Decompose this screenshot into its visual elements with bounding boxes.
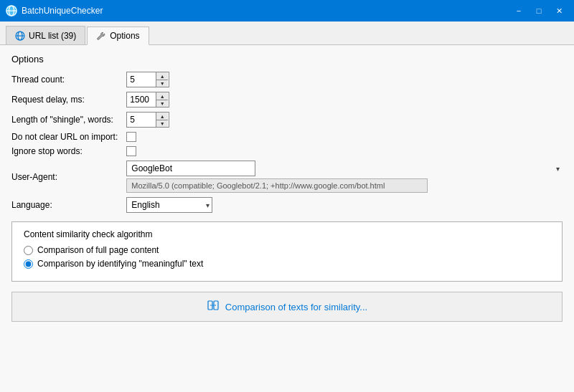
algorithm-group-box: Content similarity check algorithm Compa…: [11, 221, 563, 282]
user-agent-control: GoogleBot Firefox Chrome IE ▾ Mozilla/5.…: [126, 161, 563, 193]
thread-count-spinner: ▲ ▼: [126, 72, 169, 87]
shingle-length-spinner: ▲ ▼: [126, 112, 169, 128]
ignore-stop-words-checkbox[interactable]: [126, 146, 136, 156]
full-page-radio-label: Comparison of full page content: [37, 245, 159, 255]
shingle-length-up-button[interactable]: ▲: [156, 113, 168, 120]
shingle-length-spin-buttons: ▲ ▼: [156, 113, 168, 127]
shingle-length-control: ▲ ▼: [126, 112, 563, 128]
compare-button-label: Comparison of texts for similarity...: [225, 302, 367, 312]
full-page-radio-row: Comparison of full page content: [24, 245, 550, 255]
request-delay-input[interactable]: [127, 93, 156, 106]
meaningful-text-radio-row: Comparison by identifying "meaningful" t…: [24, 259, 550, 269]
shingle-length-label: Length of "shingle", words:: [11, 115, 118, 125]
do-not-clear-url-control: [126, 132, 563, 142]
ignore-stop-words-label: Ignore stop words:: [11, 146, 118, 156]
full-page-radio[interactable]: [24, 246, 33, 255]
shingle-length-down-button[interactable]: ▼: [156, 120, 168, 127]
thread-count-label: Thread count:: [11, 75, 118, 85]
meaningful-text-radio-label: Comparison by identifying "meaningful" t…: [37, 259, 203, 269]
user-agent-dropdown-arrow: ▾: [556, 165, 560, 173]
minimize-button[interactable]: −: [509, 4, 528, 18]
request-delay-spinner: ▲ ▼: [126, 92, 169, 107]
user-agent-description: Mozilla/5.0 (compatible; Googlebot/2.1; …: [126, 178, 428, 193]
app-icon: [6, 5, 17, 16]
thread-count-spin-buttons: ▲ ▼: [156, 72, 168, 87]
do-not-clear-url-checkbox[interactable]: [126, 132, 136, 142]
options-form: Thread count: ▲ ▼ Request delay, ms: ▲ ▼: [11, 72, 563, 213]
user-agent-label: User-Agent:: [11, 172, 118, 182]
language-dropdown-wrapper: English Russian German French ▾: [126, 197, 212, 213]
thread-count-control: ▲ ▼: [126, 72, 563, 87]
language-label: Language:: [11, 200, 118, 210]
algorithm-group-title: Content similarity check algorithm: [24, 229, 550, 239]
language-control: English Russian German French ▾: [126, 197, 563, 213]
maximize-button[interactable]: □: [530, 4, 548, 18]
request-delay-label: Request delay, ms:: [11, 95, 118, 105]
tab-url-list-label: URL list (39): [29, 31, 76, 41]
tab-bar: URL list (39) Options: [0, 21, 574, 45]
section-title: Options: [11, 54, 563, 64]
thread-count-down-button[interactable]: ▼: [156, 80, 168, 87]
tab-options-label: Options: [110, 31, 139, 41]
globe-icon: [15, 31, 25, 41]
request-delay-control: ▲ ▼: [126, 92, 563, 107]
user-agent-dropdown-wrapper: GoogleBot Firefox Chrome IE ▾: [126, 161, 563, 176]
compare-icon: [207, 299, 220, 315]
thread-count-input[interactable]: [127, 73, 156, 86]
title-bar: BatchUniqueChecker − □ ✕: [0, 0, 574, 21]
user-agent-select[interactable]: GoogleBot Firefox Chrome IE: [126, 161, 255, 176]
request-delay-down-button[interactable]: ▼: [156, 100, 168, 107]
close-button[interactable]: ✕: [550, 4, 568, 18]
compare-button[interactable]: Comparison of texts for similarity...: [11, 292, 563, 322]
main-content: Options Thread count: ▲ ▼ Request delay,…: [0, 45, 574, 392]
thread-count-up-button[interactable]: ▲: [156, 72, 168, 80]
app-title: BatchUniqueChecker: [22, 6, 509, 16]
shingle-length-input[interactable]: [127, 113, 156, 126]
request-delay-up-button[interactable]: ▲: [156, 92, 168, 100]
language-select[interactable]: English Russian German French: [126, 197, 212, 213]
tab-url-list[interactable]: URL list (39): [6, 26, 85, 44]
ignore-stop-words-control: [126, 146, 563, 156]
request-delay-spin-buttons: ▲ ▼: [156, 92, 168, 107]
wrench-icon: [96, 31, 106, 41]
do-not-clear-url-label: Do not clear URL on import:: [11, 132, 118, 142]
window-controls: − □ ✕: [509, 4, 568, 18]
tab-options[interactable]: Options: [87, 27, 149, 45]
meaningful-text-radio[interactable]: [24, 259, 33, 269]
